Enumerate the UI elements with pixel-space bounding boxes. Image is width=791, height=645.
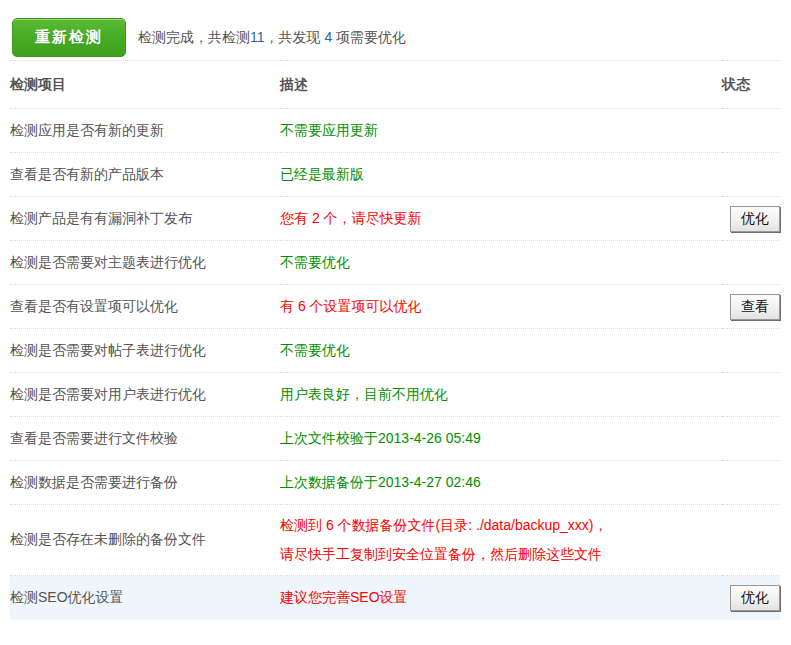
status-cell (722, 241, 780, 285)
check-table: 检测项目 描述 状态 检测应用是否有新的更新不需要应用更新查看是否有新的产品版本… (10, 60, 780, 620)
table-row: 检测是否需要对帖子表进行优化不需要优化 (10, 329, 780, 373)
summary-middle: ，共发现 (265, 29, 325, 45)
status-cell: 查看 (722, 285, 780, 329)
check-item-label: 检测产品是有有漏洞补丁发布 (10, 197, 280, 241)
action-button[interactable]: 优化 (730, 206, 780, 232)
table-row: 检测是否需要对用户表进行优化用户表良好，目前不用优化 (10, 373, 780, 417)
description-cell: 有 6 个设置项可以优化 (280, 285, 722, 329)
description-text: 检测到 6 个数据备份文件(目录: ./data/backup_xxx)， 请尽… (280, 517, 608, 562)
description-text: 不需要应用更新 (280, 122, 378, 138)
table-row: 查看是否有设置项可以优化有 6 个设置项可以优化查看 (10, 285, 780, 329)
check-item-label: 查看是否有新的产品版本 (10, 153, 280, 197)
header-status: 状态 (722, 61, 780, 109)
status-cell: 优化 (722, 576, 780, 620)
description-cell: 已经是最新版 (280, 153, 722, 197)
description-cell: 上次文件校验于2013-4-26 05:49 (280, 417, 722, 461)
check-item-label: 查看是否需要进行文件校验 (10, 417, 280, 461)
description-text: 上次文件校验于2013-4-26 05:49 (280, 430, 481, 446)
status-cell: 优化 (722, 197, 780, 241)
check-item-label: 检测是否需要对用户表进行优化 (10, 373, 280, 417)
description-cell: 不需要优化 (280, 329, 722, 373)
table-row: 查看是否有新的产品版本已经是最新版 (10, 153, 780, 197)
check-item-label: 检测数据是否需要进行备份 (10, 461, 280, 505)
description-cell: 上次数据备份于2013-4-27 02:46 (280, 461, 722, 505)
description-text: 不需要优化 (280, 254, 350, 270)
table-row: 检测产品是有有漏洞补丁发布您有 2 个，请尽快更新优化 (10, 197, 780, 241)
description-text: 有 6 个设置项可以优化 (280, 298, 422, 314)
action-button[interactable]: 优化 (730, 585, 780, 611)
summary-suffix: 项需要优化 (332, 29, 406, 45)
status-cell (722, 153, 780, 197)
status-cell (722, 505, 780, 576)
summary-total-checked: 11 (250, 29, 265, 45)
description-text: 建议您完善SEO设置 (280, 589, 408, 605)
description-cell: 不需要应用更新 (280, 109, 722, 153)
action-button[interactable]: 查看 (730, 294, 780, 320)
summary-prefix: 检测完成，共检测 (138, 29, 250, 45)
description-text: 您有 2 个，请尽快更新 (280, 210, 422, 226)
status-cell (722, 109, 780, 153)
topbar: 重新检测 检测完成，共检测11，共发现 4 项需要优化 (0, 0, 791, 60)
summary-text: 检测完成，共检测11，共发现 4 项需要优化 (138, 29, 406, 47)
table-header-row: 检测项目 描述 状态 (10, 61, 780, 109)
table-row: 检测SEO优化设置建议您完善SEO设置优化 (10, 576, 780, 620)
table-row: 检测数据是否需要进行备份上次数据备份于2013-4-27 02:46 (10, 461, 780, 505)
check-item-label: 检测是否需要对主题表进行优化 (10, 241, 280, 285)
check-item-label: 检测是否存在未删除的备份文件 (10, 505, 280, 576)
check-item-label: 查看是否有设置项可以优化 (10, 285, 280, 329)
status-cell (722, 461, 780, 505)
table-row: 检测是否存在未删除的备份文件检测到 6 个数据备份文件(目录: ./data/b… (10, 505, 780, 576)
check-item-label: 检测SEO优化设置 (10, 576, 280, 620)
table-row: 检测是否需要对主题表进行优化不需要优化 (10, 241, 780, 285)
description-cell: 建议您完善SEO设置 (280, 576, 722, 620)
header-description: 描述 (280, 61, 722, 109)
description-text: 不需要优化 (280, 342, 350, 358)
description-cell: 检测到 6 个数据备份文件(目录: ./data/backup_xxx)， 请尽… (280, 505, 722, 576)
table-row: 检测应用是否有新的更新不需要应用更新 (10, 109, 780, 153)
status-cell (722, 417, 780, 461)
recheck-button[interactable]: 重新检测 (12, 18, 126, 57)
description-cell: 不需要优化 (280, 241, 722, 285)
check-item-label: 检测是否需要对帖子表进行优化 (10, 329, 280, 373)
description-text: 已经是最新版 (280, 166, 364, 182)
status-cell (722, 329, 780, 373)
table-row: 查看是否需要进行文件校验上次文件校验于2013-4-26 05:49 (10, 417, 780, 461)
description-cell: 用户表良好，目前不用优化 (280, 373, 722, 417)
check-item-label: 检测应用是否有新的更新 (10, 109, 280, 153)
status-cell (722, 373, 780, 417)
detection-results-page: 重新检测 检测完成，共检测11，共发现 4 项需要优化 检测项目 描述 状态 检… (0, 0, 791, 645)
description-text: 上次数据备份于2013-4-27 02:46 (280, 474, 481, 490)
description-cell: 您有 2 个，请尽快更新 (280, 197, 722, 241)
header-item: 检测项目 (10, 61, 280, 109)
description-text: 用户表良好，目前不用优化 (280, 386, 448, 402)
